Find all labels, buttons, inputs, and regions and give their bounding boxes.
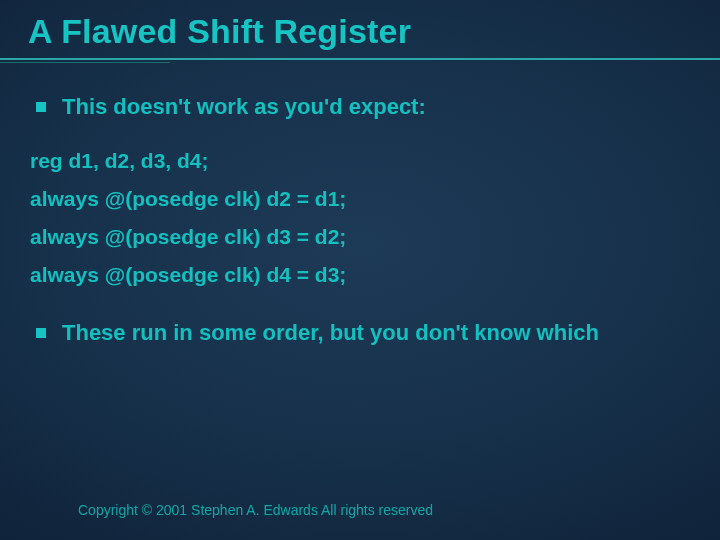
code-decl: reg d1, d2, d3, d4; [30, 150, 692, 172]
bullet-1-text: This doesn't work as you'd expect: [62, 94, 426, 120]
code-line-3: always @(posedge clk) d4 = d3; [30, 264, 692, 286]
slide-title: A Flawed Shift Register [28, 12, 411, 51]
bullet-square-icon [36, 102, 46, 112]
title-rule [0, 58, 720, 63]
bullet-1: This doesn't work as you'd expect: [36, 94, 692, 120]
code-line-2: always @(posedge clk) d3 = d2; [30, 226, 692, 248]
bullet-2-text: These run in some order, but you don't k… [62, 320, 599, 346]
code-block: reg d1, d2, d3, d4; always @(posedge clk… [30, 150, 692, 286]
slide: A Flawed Shift Register This doesn't wor… [0, 0, 720, 540]
bullet-2: These run in some order, but you don't k… [36, 320, 692, 346]
copyright-footer: Copyright © 2001 Stephen A. Edwards All … [78, 502, 433, 518]
bullet-square-icon [36, 328, 46, 338]
slide-content: This doesn't work as you'd expect: reg d… [28, 80, 692, 376]
code-line-1: always @(posedge clk) d2 = d1; [30, 188, 692, 210]
